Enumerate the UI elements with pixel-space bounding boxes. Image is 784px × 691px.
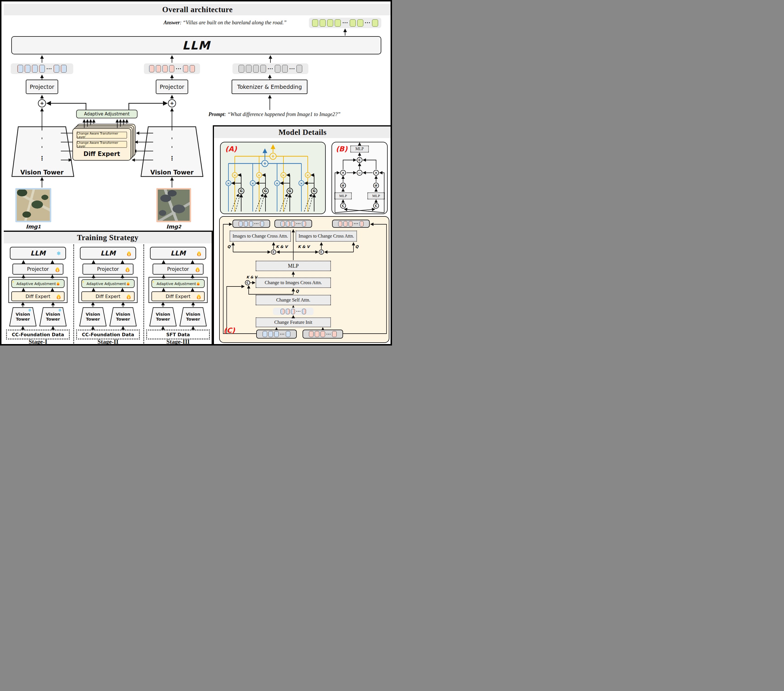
fire-icon xyxy=(57,282,59,285)
vision-l1: Vision xyxy=(156,312,170,317)
prompt-label: Prompt xyxy=(208,112,224,117)
ts-adaptive-label: Adaptive Adjustment xyxy=(16,281,56,286)
ts3-adaptive-box: Adaptive Adjustment xyxy=(152,279,205,288)
token xyxy=(246,65,252,72)
times-icon: × xyxy=(300,181,303,186)
prompt-line: Prompt: “What difference happened from I… xyxy=(208,110,341,118)
img-label-text: Img xyxy=(26,224,37,230)
token xyxy=(61,65,67,72)
token xyxy=(321,331,325,337)
mul-circle-blue: × xyxy=(274,180,280,186)
fire-icon xyxy=(57,294,61,299)
kv-label: K & V xyxy=(276,245,288,249)
minus-icon: − xyxy=(358,170,361,175)
token xyxy=(32,65,38,72)
gate-label: G xyxy=(313,189,316,193)
diff-expert-label: Diff Expert xyxy=(76,149,127,159)
token xyxy=(263,331,267,337)
answer-text: : “Villas are built on the bareland alon… xyxy=(180,20,287,26)
vdots: ⋮ xyxy=(168,154,175,162)
fire-icon xyxy=(127,294,130,299)
concat-circle: C xyxy=(373,203,379,209)
token xyxy=(332,331,337,337)
token xyxy=(149,65,154,72)
ellipsis: ··· xyxy=(267,66,273,71)
fire-icon xyxy=(197,282,199,285)
token xyxy=(338,221,342,227)
adaptive-label: Adaptive Adjustment xyxy=(84,112,129,117)
c-token-row-img2: ··· xyxy=(332,220,370,228)
token xyxy=(302,221,306,227)
concat-label: C xyxy=(320,250,322,254)
token xyxy=(350,20,356,26)
times-icon: × xyxy=(306,173,310,178)
token xyxy=(286,331,290,337)
vision-l2: Tower xyxy=(186,317,200,322)
c-token-row-feat2: ··· xyxy=(303,329,343,339)
token xyxy=(343,221,348,227)
ts2-vision-tower-right: VisionTower xyxy=(113,310,133,324)
mul-circle-yellow: × xyxy=(280,172,286,178)
token xyxy=(183,65,188,72)
mul-circle: × xyxy=(340,170,346,176)
ts1-diff-box: Diff Expert xyxy=(11,291,64,301)
token xyxy=(169,65,174,72)
gate-circle: G xyxy=(311,188,317,194)
concat-circle: C xyxy=(319,249,324,255)
answer-line: Answer: “Villas are built on the barelan… xyxy=(163,18,287,27)
ts-diff-label: Diff Expert xyxy=(96,294,120,299)
c-token-row-feat1: ··· xyxy=(256,329,297,339)
frozen-icon: ❄ xyxy=(28,308,31,313)
ellipsis: ··· xyxy=(326,332,331,336)
answer-token-row: ··· ··· xyxy=(309,18,381,28)
vision-l2: Tower xyxy=(16,317,30,322)
token xyxy=(260,65,266,72)
ellipsis: ··· xyxy=(354,222,359,226)
token xyxy=(282,65,288,72)
ts-data-label: CC-Foundation Data xyxy=(82,332,134,337)
ellipsis: ··· xyxy=(280,332,285,336)
ts-diff-label: Diff Expert xyxy=(166,294,190,299)
gate-circle: G xyxy=(238,188,244,194)
plus-circle-mid: + xyxy=(168,99,176,107)
token xyxy=(239,221,243,227)
token xyxy=(274,331,279,337)
ts3-vision-tower-right: VisionTower xyxy=(183,310,203,324)
token xyxy=(260,221,264,227)
img-label-sub: 1 xyxy=(38,224,41,229)
token xyxy=(25,65,30,72)
frozen-icon: ❄ xyxy=(56,250,61,257)
token xyxy=(286,309,290,314)
token xyxy=(315,331,320,337)
aerial-image-1 xyxy=(15,188,51,222)
sigma-label: σ xyxy=(342,183,344,188)
token xyxy=(189,65,195,72)
figure-root: Overall architecture Training Strategy M… xyxy=(0,0,392,346)
ellipsis: ··· xyxy=(342,20,348,25)
minus-circle: − xyxy=(357,170,362,176)
ts2-diff-box: Diff Expert xyxy=(81,291,135,301)
ellipsis: ··· xyxy=(296,309,301,313)
token-row-text: ··· ··· xyxy=(232,63,308,74)
concat-label: C xyxy=(375,204,377,208)
token xyxy=(280,309,285,314)
ts-data-label: SFT Data xyxy=(166,332,189,337)
change-aware-label: Change Aware Transformer Layer xyxy=(77,132,127,138)
vision-l1: Vision xyxy=(116,312,130,317)
kv-label: K & V xyxy=(246,275,257,279)
ts2-adaptive-box: Adaptive Adjustment xyxy=(81,279,135,288)
add-circle-yellow: + xyxy=(270,153,277,160)
token-row-image2: ··· xyxy=(144,63,200,74)
q-label: Q xyxy=(296,289,299,293)
vision-tower-left-label: Vision Tower xyxy=(13,169,71,176)
ts2-vision-tower-left: VisionTower xyxy=(83,310,103,324)
token xyxy=(156,65,161,72)
token xyxy=(309,331,313,337)
ts3-stage-label: Stage-III xyxy=(149,338,207,345)
token xyxy=(286,221,290,227)
vision-l1: Vision xyxy=(86,312,100,317)
token xyxy=(296,65,302,72)
gate-label: G xyxy=(264,189,267,193)
vdots: ⋮ xyxy=(38,154,46,162)
token xyxy=(253,65,259,72)
